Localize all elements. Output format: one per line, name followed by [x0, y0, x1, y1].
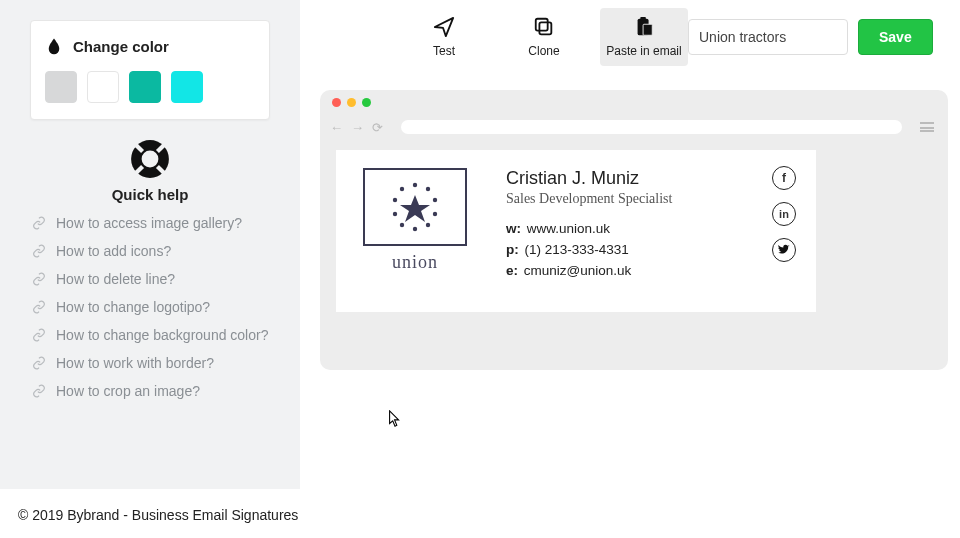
signature-website[interactable]: w: www.union.uk	[506, 221, 798, 236]
sidebar: Change color Quick help How to access im…	[0, 0, 300, 489]
help-item[interactable]: How to access image gallery?	[32, 215, 272, 231]
swatch-cyan[interactable]	[171, 71, 203, 103]
star-ring-icon	[375, 177, 455, 237]
help-item-label: How to change background color?	[56, 327, 268, 343]
menu-icon[interactable]	[920, 122, 934, 132]
close-dot[interactable]	[332, 98, 341, 107]
lifebuoy-icon	[129, 138, 171, 180]
svg-point-12	[413, 183, 417, 187]
paste-in-email-button[interactable]: Paste in email	[600, 8, 688, 66]
actions: Test Clone Paste in email	[400, 8, 688, 66]
color-swatches	[45, 71, 255, 103]
signature-phone[interactable]: p: (1) 213-333-4331	[506, 242, 798, 257]
change-color-title: Change color	[73, 38, 169, 55]
svg-point-14	[433, 198, 437, 202]
change-color-panel: Change color	[30, 20, 270, 120]
signature-card: union Cristian J. Muniz Sales Developmen…	[336, 150, 816, 312]
svg-point-1	[142, 151, 159, 168]
logo-text: union	[392, 252, 438, 273]
svg-marker-11	[400, 195, 430, 222]
link-icon	[32, 356, 46, 370]
help-item-label: How to work with border?	[56, 355, 214, 371]
link-icon	[32, 216, 46, 230]
svg-point-16	[426, 223, 430, 227]
browser-preview: ← → ⟳ union Cristian J. Muniz	[320, 90, 948, 370]
help-item-label: How to add icons?	[56, 243, 171, 259]
save-button[interactable]: Save	[858, 19, 933, 55]
help-item-label: How to access image gallery?	[56, 215, 242, 231]
test-button[interactable]: Test	[400, 8, 488, 66]
window-controls	[332, 98, 371, 107]
signature-email[interactable]: e: cmuniz@union.uk	[506, 263, 798, 278]
swatch-grey[interactable]	[45, 71, 77, 103]
svg-rect-7	[536, 19, 548, 31]
signature-logo[interactable]: union	[360, 168, 470, 300]
clone-button[interactable]: Clone	[500, 8, 588, 66]
back-arrow-icon[interactable]: ←	[330, 120, 343, 135]
minimize-dot[interactable]	[347, 98, 356, 107]
cursor-icon	[388, 410, 402, 428]
link-icon	[32, 384, 46, 398]
help-item[interactable]: How to change logotipo?	[32, 299, 272, 315]
help-item[interactable]: How to delete line?	[32, 271, 272, 287]
social-icons: f in	[772, 166, 796, 262]
topbar: Test Clone Paste in email Save	[300, 0, 960, 74]
swatch-white[interactable]	[87, 71, 119, 103]
footer: © 2019 Bybrand - Business Email Signatur…	[0, 490, 960, 538]
help-item[interactable]: How to crop an image?	[32, 383, 272, 399]
help-item-label: How to change logotipo?	[56, 299, 210, 315]
footer-text: © 2019 Bybrand - Business Email Signatur…	[18, 507, 298, 523]
action-label: Test	[433, 44, 455, 58]
help-item[interactable]: How to add icons?	[32, 243, 272, 259]
link-icon	[32, 300, 46, 314]
clone-icon	[533, 16, 555, 38]
reload-icon[interactable]: ⟳	[372, 120, 383, 135]
signature-name[interactable]: Cristian J. Muniz	[506, 168, 798, 189]
svg-point-13	[426, 187, 430, 191]
logo-box	[363, 168, 467, 246]
svg-point-21	[400, 187, 404, 191]
help-list: How to access image gallery? How to add …	[0, 215, 300, 399]
url-bar[interactable]	[401, 120, 902, 134]
signature-name-input[interactable]	[688, 19, 848, 55]
drop-icon	[45, 35, 63, 57]
svg-rect-9	[640, 17, 646, 21]
browser-nav: ← → ⟳	[330, 118, 934, 136]
paste-icon	[633, 16, 655, 38]
help-item-label: How to crop an image?	[56, 383, 200, 399]
help-item-label: How to delete line?	[56, 271, 175, 287]
svg-point-15	[433, 212, 437, 216]
svg-point-17	[413, 227, 417, 231]
svg-point-19	[393, 212, 397, 216]
svg-point-18	[400, 223, 404, 227]
svg-rect-6	[539, 22, 551, 34]
quick-help-title: Quick help	[112, 186, 189, 203]
link-icon	[32, 272, 46, 286]
link-icon	[32, 244, 46, 258]
help-item[interactable]: How to work with border?	[32, 355, 272, 371]
action-label: Clone	[528, 44, 559, 58]
signature-info: Cristian J. Muniz Sales Development Spec…	[506, 168, 798, 300]
help-item[interactable]: How to change background color?	[32, 327, 272, 343]
svg-point-20	[393, 198, 397, 202]
action-label: Paste in email	[606, 44, 681, 58]
forward-arrow-icon[interactable]: →	[351, 120, 364, 135]
signature-role[interactable]: Sales Development Specialist	[506, 191, 798, 207]
maximize-dot[interactable]	[362, 98, 371, 107]
twitter-icon[interactable]	[772, 238, 796, 262]
svg-rect-10	[643, 24, 652, 35]
link-icon	[32, 328, 46, 342]
quick-help-header: Quick help	[0, 138, 300, 215]
facebook-icon[interactable]: f	[772, 166, 796, 190]
paper-plane-icon	[433, 16, 455, 38]
linkedin-icon[interactable]: in	[772, 202, 796, 226]
swatch-teal[interactable]	[129, 71, 161, 103]
